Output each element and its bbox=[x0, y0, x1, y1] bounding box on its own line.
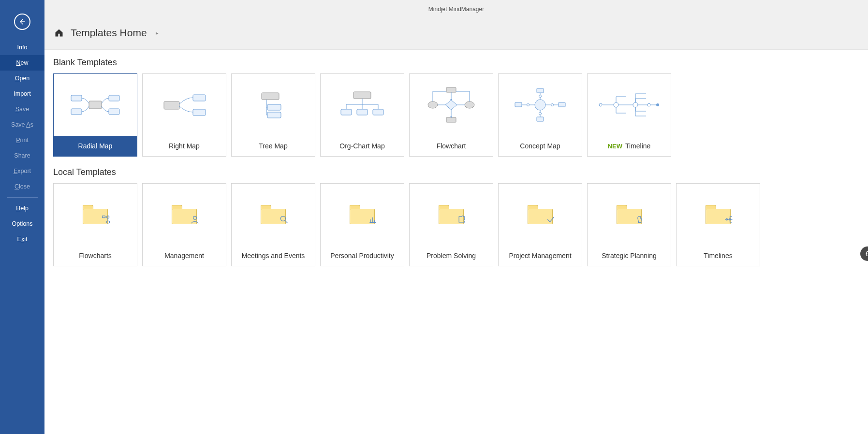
folder-card-personal-productivity[interactable]: Personal Productivity bbox=[320, 183, 404, 266]
sidebar-item-save-as: Save As bbox=[0, 117, 44, 132]
section-title-blank: Blank Templates bbox=[53, 58, 863, 68]
back-button[interactable] bbox=[14, 14, 30, 30]
folder-preview bbox=[410, 184, 493, 246]
check-icon bbox=[546, 215, 556, 226]
home-icon[interactable] bbox=[54, 28, 64, 38]
flowchart-icon bbox=[101, 215, 111, 226]
folder-card-project-management[interactable]: Project Management bbox=[498, 183, 582, 266]
sidebar-item-export: Export bbox=[0, 163, 44, 179]
svg-point-25 bbox=[539, 113, 542, 115]
backstage-sidebar: InfoNewOpenImportSaveSave AsPrintShareEx… bbox=[0, 0, 44, 434]
folder-label: Flowcharts bbox=[54, 246, 137, 266]
sidebar-item-exit[interactable]: Exit bbox=[0, 231, 44, 247]
svg-rect-34 bbox=[103, 216, 105, 218]
breadcrumb-title[interactable]: Templates Home bbox=[71, 27, 147, 39]
template-preview bbox=[410, 74, 493, 136]
sidebar-item-info[interactable]: Info bbox=[0, 40, 44, 55]
sidebar-item-open[interactable]: Open bbox=[0, 71, 44, 86]
sidebar-item-help[interactable]: Help bbox=[0, 201, 44, 216]
sidebar-item-new[interactable]: New bbox=[0, 55, 44, 71]
folder-card-management[interactable]: Management bbox=[142, 183, 226, 266]
svg-rect-15 bbox=[446, 87, 456, 92]
folder-icon bbox=[439, 205, 464, 224]
folder-label: Timelines bbox=[677, 246, 760, 266]
template-card-tree-map[interactable]: Tree Map bbox=[231, 73, 315, 157]
svg-point-18 bbox=[465, 101, 474, 108]
new-badge: NEW bbox=[608, 143, 622, 150]
template-card-timeline[interactable]: NEWTimeline bbox=[587, 73, 671, 157]
svg-rect-1 bbox=[71, 95, 82, 101]
template-label: Right Map bbox=[143, 136, 226, 156]
timeline-icon bbox=[724, 215, 734, 226]
section-title-local: Local Templates bbox=[53, 167, 863, 177]
template-card-flowchart[interactable]: Flowchart bbox=[409, 73, 493, 157]
local-templates-row: FlowchartsManagementMeetings and EventsP… bbox=[53, 183, 863, 266]
svg-rect-9 bbox=[267, 104, 281, 110]
svg-point-29 bbox=[599, 103, 602, 106]
template-preview bbox=[143, 74, 226, 136]
folder-label: Management bbox=[143, 246, 226, 266]
template-card-org-chart-map[interactable]: Org-Chart Map bbox=[320, 73, 404, 157]
folder-card-timelines[interactable]: Timelines bbox=[676, 183, 760, 266]
svg-rect-23 bbox=[559, 102, 565, 107]
title-bar: Mindjet MindManager bbox=[44, 0, 868, 18]
folder-label: Project Management bbox=[499, 246, 582, 266]
folder-icon bbox=[617, 205, 642, 224]
sidebar-item-import[interactable]: Import bbox=[0, 86, 44, 101]
svg-point-37 bbox=[193, 216, 197, 219]
folder-icon bbox=[706, 205, 731, 224]
template-preview bbox=[54, 74, 137, 136]
folder-card-strategic-planning[interactable]: Strategic Planning bbox=[587, 183, 671, 266]
arrow-left-icon bbox=[18, 18, 26, 26]
svg-rect-8 bbox=[262, 93, 279, 100]
svg-point-19 bbox=[535, 100, 545, 110]
folder-icon bbox=[350, 205, 375, 224]
folder-card-meetings-and-events[interactable]: Meetings and Events bbox=[231, 183, 315, 266]
blank-templates-row: Radial MapRight MapTree MapOrg-Chart Map… bbox=[53, 73, 863, 157]
template-card-concept-map[interactable]: Concept Map bbox=[498, 73, 582, 157]
puzzle-icon bbox=[457, 215, 467, 226]
chart-icon bbox=[368, 215, 378, 226]
folder-preview bbox=[143, 184, 226, 246]
app-title: Mindjet MindManager bbox=[428, 6, 484, 13]
folder-card-flowcharts[interactable]: Flowcharts bbox=[53, 183, 137, 266]
folder-icon bbox=[83, 205, 108, 224]
person-icon bbox=[190, 215, 200, 226]
svg-rect-13 bbox=[357, 109, 368, 115]
svg-point-17 bbox=[428, 101, 438, 108]
svg-rect-16 bbox=[446, 117, 456, 122]
content-area: Blank Templates Radial MapRight MapTree … bbox=[44, 50, 868, 434]
template-card-right-map[interactable]: Right Map bbox=[142, 73, 226, 157]
folder-preview bbox=[677, 184, 760, 246]
svg-rect-35 bbox=[107, 221, 110, 223]
folder-icon bbox=[528, 205, 553, 224]
svg-rect-12 bbox=[341, 109, 352, 115]
sidebar-item-options[interactable]: Options bbox=[0, 216, 44, 231]
svg-point-32 bbox=[647, 103, 650, 106]
svg-rect-21 bbox=[537, 117, 544, 121]
template-label: NEWTimeline bbox=[588, 136, 671, 156]
template-preview bbox=[588, 74, 671, 136]
svg-rect-5 bbox=[164, 101, 179, 109]
svg-rect-20 bbox=[537, 88, 544, 93]
svg-rect-10 bbox=[267, 112, 281, 118]
svg-point-33 bbox=[656, 103, 659, 106]
svg-point-24 bbox=[539, 95, 542, 98]
svg-rect-14 bbox=[373, 109, 383, 115]
folder-label: Personal Productivity bbox=[321, 246, 404, 266]
svg-rect-6 bbox=[193, 95, 206, 101]
svg-rect-11 bbox=[353, 92, 371, 99]
folder-card-problem-solving[interactable]: Problem Solving bbox=[409, 183, 493, 266]
svg-rect-7 bbox=[193, 109, 206, 116]
svg-point-30 bbox=[614, 102, 618, 107]
svg-point-36 bbox=[107, 216, 109, 218]
search-icon bbox=[279, 215, 289, 226]
template-preview bbox=[321, 74, 404, 136]
folder-preview bbox=[232, 184, 315, 246]
folder-preview bbox=[321, 184, 404, 246]
svg-rect-0 bbox=[89, 101, 102, 109]
template-card-radial-map[interactable]: Radial Map bbox=[53, 73, 137, 157]
main-area: Mindjet MindManager Templates Home ▸ Bla… bbox=[44, 0, 868, 434]
chevron-right-icon: ▸ bbox=[156, 30, 159, 36]
template-label: Tree Map bbox=[232, 136, 315, 156]
